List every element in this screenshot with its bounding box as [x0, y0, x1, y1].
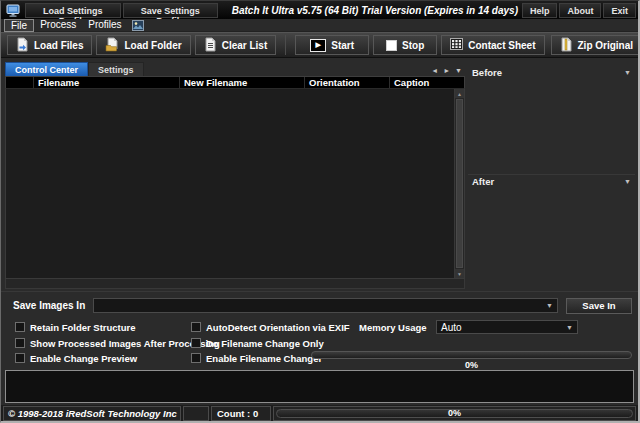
app-icon — [6, 3, 20, 17]
start-button[interactable]: ▶ Start — [295, 35, 369, 55]
scroll-up-icon[interactable]: ▲ — [455, 89, 464, 98]
load-folder-button[interactable]: Load Folder — [96, 35, 190, 55]
zip-original-label: Zip Original — [578, 40, 634, 51]
statusbar: © 1998-2018 iRedSoft Technology Inc Coun… — [1, 405, 638, 422]
after-preview — [468, 187, 635, 282]
column-header-filename[interactable]: Filename — [34, 77, 180, 88]
exit-button[interactable]: Exit — [603, 3, 636, 18]
start-label: Start — [331, 40, 354, 51]
show-processed-images-option: Show Processed Images After Processing — [15, 337, 220, 349]
toolbar: Load Files Load Folder Clear List ▶ Star… — [1, 32, 638, 58]
file-table-body[interactable]: ▲ ▼ — [5, 89, 465, 279]
clear-list-label: Clear List — [222, 40, 268, 51]
main-progress-bar — [311, 351, 632, 359]
tabs-row: Control Center Settings ◄ ► ▼ — [5, 62, 465, 76]
autodetect-orientation-option: AutoDetect Orientation via EXIF — [191, 321, 350, 333]
statusbar-progress-percent: 0% — [274, 408, 635, 418]
tab-control-center[interactable]: Control Center — [5, 62, 88, 76]
app-window: Load Settings Profile Save Settings Prof… — [0, 0, 640, 423]
before-chevron-down-icon[interactable]: ▼ — [624, 69, 631, 76]
toolbar-right-group: Contact Sheet Zip Original — [441, 35, 640, 55]
column-header-orientation[interactable]: Orientation — [305, 77, 390, 88]
do-filename-change-only-option: Do Filename Change Only — [191, 337, 324, 349]
save-path-dropdown-icon[interactable]: ▼ — [542, 302, 557, 309]
zip-original-icon — [560, 37, 573, 54]
menu-item-process[interactable]: Process — [34, 19, 82, 32]
titlebar: Load Settings Profile Save Settings Prof… — [1, 1, 638, 19]
about-button[interactable]: About — [559, 3, 601, 18]
save-path-input[interactable] — [94, 299, 542, 312]
retain-folder-structure-label: Retain Folder Structure — [30, 322, 136, 333]
load-files-button[interactable]: Load Files — [7, 35, 92, 55]
log-output-area[interactable] — [5, 370, 634, 403]
retain-folder-structure-checkbox[interactable] — [15, 322, 25, 332]
scroll-down-icon[interactable]: ▼ — [455, 269, 464, 278]
stop-icon — [386, 40, 397, 51]
tab-settings[interactable]: Settings — [88, 62, 144, 76]
scrollbar-thumb[interactable] — [456, 99, 463, 268]
column-header-new-filename[interactable]: New Filename — [180, 77, 305, 88]
column-header-blank[interactable] — [6, 77, 34, 88]
menu-item-profiles[interactable]: Profiles — [82, 19, 127, 32]
do-filename-change-only-label: Do Filename Change Only — [206, 338, 324, 349]
before-preview — [468, 79, 635, 174]
contact-sheet-icon — [450, 38, 463, 52]
menu-item-file[interactable]: File — [4, 19, 34, 32]
bottom-panel: Save Images In ▼ Save In Retain Folder S… — [1, 291, 638, 369]
enable-change-preview-option: Enable Change Preview — [15, 352, 137, 364]
toolbar-separator — [285, 35, 286, 55]
load-folder-label: Load Folder — [124, 40, 181, 51]
tab-scroll-left-icon[interactable]: ◄ — [431, 67, 438, 74]
after-header[interactable]: After ▼ — [468, 174, 635, 187]
show-processed-images-checkbox[interactable] — [15, 338, 25, 348]
stop-button[interactable]: Stop — [373, 35, 437, 55]
preview-pane: Before ▼ After ▼ — [468, 62, 635, 290]
load-files-icon — [16, 37, 29, 54]
horizontal-scrollbar[interactable] — [5, 279, 465, 289]
enable-filename-changer-label: Enable Filename Changer — [206, 353, 322, 364]
retain-folder-structure-option: Retain Folder Structure — [15, 321, 136, 333]
after-chevron-down-icon[interactable]: ▼ — [624, 178, 631, 185]
save-settings-profile-button[interactable]: Save Settings Profile — [123, 3, 218, 18]
load-settings-profile-button[interactable]: Load Settings Profile — [25, 3, 121, 18]
column-header-caption[interactable]: Caption — [390, 77, 464, 88]
file-list-pane: Control Center Settings ◄ ► ▼ Filename N… — [5, 62, 465, 290]
load-files-label: Load Files — [34, 40, 83, 51]
count-status: Count : 0 — [211, 406, 271, 421]
clear-list-button[interactable]: Clear List — [195, 35, 277, 55]
menubar: File Process Profiles — [1, 19, 638, 32]
tab-scroll-right-icon[interactable]: ► — [443, 67, 450, 74]
do-filename-change-only-checkbox[interactable] — [191, 338, 201, 348]
save-in-button[interactable]: Save In — [566, 298, 632, 314]
contact-sheet-label: Contact Sheet — [468, 40, 535, 51]
file-table-header: Filename New Filename Orientation Captio… — [5, 76, 465, 89]
enable-change-preview-checkbox[interactable] — [15, 353, 25, 363]
autodetect-orientation-label: AutoDetect Orientation via EXIF — [206, 322, 350, 333]
enable-filename-changer-checkbox[interactable] — [191, 353, 201, 363]
autodetect-orientation-checkbox[interactable] — [191, 322, 201, 332]
window-title: Batch It Ultra v5.75 (64 Bit) Trial Vers… — [232, 5, 518, 16]
tab-menu-icon[interactable]: ▼ — [455, 67, 462, 74]
statusbar-progress-segment: 0% — [273, 406, 636, 421]
clear-list-icon — [204, 37, 217, 54]
before-header[interactable]: Before ▼ — [468, 66, 635, 79]
memory-usage-label: Memory Usage — [359, 322, 427, 333]
stop-label: Stop — [402, 40, 424, 51]
enable-change-preview-label: Enable Change Preview — [30, 353, 137, 364]
zip-original-button[interactable]: Zip Original — [551, 35, 640, 55]
save-images-in-label: Save Images In — [13, 300, 93, 311]
copyright-text: © 1998-2018 iRedSoft Technology Inc — [3, 406, 181, 421]
vertical-scrollbar[interactable]: ▲ ▼ — [454, 89, 464, 278]
help-button[interactable]: Help — [522, 3, 558, 18]
save-images-row: Save Images In ▼ Save In — [13, 298, 632, 313]
after-label: After — [472, 176, 494, 187]
memory-usage-dropdown-icon[interactable]: ▼ — [562, 324, 577, 331]
tab-scroll-controls: ◄ ► ▼ — [431, 67, 465, 76]
save-path-combobox[interactable]: ▼ — [93, 298, 558, 313]
enable-filename-changer-option: Enable Filename Changer — [191, 352, 322, 364]
main-progress-percent: 0% — [311, 360, 632, 370]
memory-usage-combobox[interactable]: Auto ▼ — [436, 320, 578, 334]
image-menu-icon[interactable] — [132, 20, 144, 31]
statusbar-blank-segment — [183, 406, 209, 421]
contact-sheet-button[interactable]: Contact Sheet — [441, 35, 544, 55]
